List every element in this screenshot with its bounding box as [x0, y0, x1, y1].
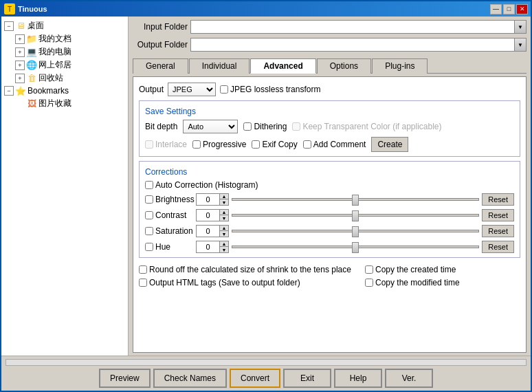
copy-created-checkbox-label[interactable]: Copy the created time: [365, 265, 460, 274]
minimize-button[interactable]: —: [490, 4, 502, 14]
preview-button[interactable]: Preview: [99, 369, 151, 388]
mydocs-folder-icon: 📁: [26, 34, 37, 45]
exif-copy-checkbox[interactable]: [252, 140, 260, 149]
contrast-thumb[interactable]: [352, 210, 359, 221]
auto-correction-checkbox[interactable]: [145, 181, 153, 189]
saturation-input[interactable]: [196, 225, 220, 237]
input-folder-row: Input Folder ▼: [133, 19, 527, 34]
sidebar-item-recycle[interactable]: + 🗑 回收站: [1, 72, 128, 85]
add-comment-checkbox[interactable]: [303, 140, 311, 149]
corrections-box: Corrections Auto Correction (Histogram) …: [139, 161, 520, 258]
lossless-checkbox-label[interactable]: JPEG lossless transform: [220, 85, 320, 94]
contrast-track: [232, 214, 479, 217]
convert-button[interactable]: Convert: [230, 369, 280, 388]
titlebar-buttons: — □ ✕: [490, 4, 528, 14]
brightness-thumb[interactable]: [352, 195, 359, 206]
create-button[interactable]: Create: [371, 137, 408, 152]
progressive-checkbox[interactable]: [192, 140, 201, 149]
expand-desktop-icon[interactable]: −: [4, 21, 14, 31]
contrast-checkbox[interactable]: [145, 211, 153, 219]
contrast-input[interactable]: [196, 209, 220, 221]
bit-depth-label: Bit depth: [145, 122, 177, 131]
input-folder-wrap: ▼: [190, 20, 527, 34]
input-folder-dropdown-arrow[interactable]: ▼: [514, 20, 527, 34]
add-comment-checkbox-label[interactable]: Add Comment: [303, 140, 366, 149]
exif-copy-checkbox-label[interactable]: Exif Copy: [252, 140, 297, 149]
save-settings-title: Save Settings: [145, 107, 514, 116]
contrast-up-button[interactable]: ▲: [220, 210, 228, 215]
tab-plugins[interactable]: Plug-ins: [372, 58, 428, 74]
maximize-button[interactable]: □: [503, 4, 515, 14]
expand-mydocs-icon[interactable]: +: [15, 34, 25, 44]
saturation-checkbox[interactable]: [145, 227, 153, 235]
ver-button[interactable]: Ver.: [385, 369, 433, 388]
contrast-arrows: ▲ ▼: [220, 209, 229, 221]
brightness-up-button[interactable]: ▲: [220, 194, 228, 199]
dithering-checkbox[interactable]: [243, 122, 252, 131]
progressive-checkbox-label[interactable]: Progressive: [192, 140, 246, 149]
sidebar-item-network[interactable]: + 🌐 网上邻居: [1, 58, 128, 72]
sidebar-item-images[interactable]: 🖼 图片收藏: [1, 97, 128, 110]
hue-checkbox[interactable]: [145, 243, 153, 251]
output-folder-label: Output Folder: [133, 40, 188, 50]
input-folder-field[interactable]: [190, 20, 527, 34]
hue-input[interactable]: [196, 241, 220, 253]
tab-individual[interactable]: Individual: [189, 58, 250, 74]
round-off-checkbox[interactable]: [139, 265, 147, 274]
brightness-down-button[interactable]: ▼: [220, 199, 228, 205]
copy-created-checkbox[interactable]: [365, 265, 373, 274]
contrast-down-button[interactable]: ▼: [220, 215, 228, 221]
saturation-down-button[interactable]: ▼: [220, 231, 228, 237]
expand-network-icon[interactable]: +: [15, 61, 25, 70]
tab-general[interactable]: General: [133, 58, 188, 74]
bit-depth-select[interactable]: Auto 8-bit 16-bit 24-bit 32-bit: [183, 120, 238, 133]
saturation-label: Saturation: [155, 226, 193, 236]
hue-down-button[interactable]: ▼: [220, 247, 228, 252]
horizontal-scrollbar[interactable]: [5, 359, 527, 366]
html-tags-checkbox-label[interactable]: Output HTML tags (Save to output folder): [139, 278, 351, 287]
tab-options[interactable]: Options: [317, 58, 371, 74]
expand-bookmarks-icon[interactable]: −: [4, 86, 14, 96]
saturation-reset-button[interactable]: Reset: [482, 225, 514, 237]
hue-thumb[interactable]: [352, 242, 359, 253]
bit-depth-row: Bit depth Auto 8-bit 16-bit 24-bit 32-bi…: [145, 120, 514, 133]
copy-modified-checkbox-label[interactable]: Copy the modified time: [365, 278, 460, 287]
html-tags-checkbox[interactable]: [139, 279, 147, 287]
save-settings-box: Save Settings Bit depth Auto 8-bit 16-bi…: [139, 100, 520, 157]
dithering-checkbox-label[interactable]: Dithering: [243, 122, 287, 131]
auto-correction-checkbox-label[interactable]: Auto Correction (Histogram): [145, 180, 514, 190]
main-content: − 🖥 桌面 + 📁 我的文档 + 💻 我的电脑 + 🌐 网上邻居: [1, 17, 531, 356]
help-button[interactable]: Help: [334, 369, 382, 388]
tab-advanced[interactable]: Advanced: [250, 58, 315, 74]
lossless-checkbox[interactable]: [220, 85, 228, 94]
add-comment-label: Add Comment: [313, 140, 366, 149]
saturation-up-button[interactable]: ▲: [220, 226, 228, 231]
expand-recycle-icon[interactable]: +: [15, 74, 25, 83]
interlace-checkbox-label: Interlace: [145, 140, 187, 149]
brightness-checkbox[interactable]: [145, 195, 153, 204]
keep-transparent-checkbox: [292, 122, 300, 131]
output-format-select[interactable]: JPEG PNG BMP GIF TIFF: [168, 83, 216, 96]
contrast-row: Contrast ▲ ▼: [145, 209, 514, 221]
output-folder-dropdown-arrow[interactable]: ▼: [514, 38, 527, 52]
brightness-reset-button[interactable]: Reset: [482, 193, 514, 206]
close-button[interactable]: ✕: [516, 4, 528, 14]
hue-reset-button[interactable]: Reset: [482, 241, 514, 253]
sidebar-item-mycomputer[interactable]: + 💻 我的电脑: [1, 45, 128, 58]
hue-up-button[interactable]: ▲: [220, 241, 228, 247]
exit-button[interactable]: Exit: [283, 369, 331, 388]
expand-mycomputer-icon[interactable]: +: [15, 47, 25, 57]
sidebar-item-bookmarks[interactable]: − ⭐ Bookmarks: [1, 85, 128, 97]
contrast-reset-button[interactable]: Reset: [482, 209, 514, 221]
sidebar-item-desktop[interactable]: − 🖥 桌面: [1, 19, 128, 32]
mydocs-label: 我的文档: [38, 33, 71, 45]
saturation-thumb[interactable]: [352, 226, 359, 237]
network-label: 网上邻居: [38, 59, 71, 71]
brightness-input[interactable]: [196, 193, 220, 206]
hue-spinner: ▲ ▼: [196, 241, 229, 253]
check-names-button[interactable]: Check Names: [153, 369, 227, 388]
sidebar-item-mydocs[interactable]: + 📁 我的文档: [1, 32, 128, 45]
copy-modified-checkbox[interactable]: [365, 279, 373, 287]
round-off-checkbox-label[interactable]: Round off the calculated size of shrink …: [139, 265, 351, 274]
output-folder-field[interactable]: [190, 38, 527, 52]
